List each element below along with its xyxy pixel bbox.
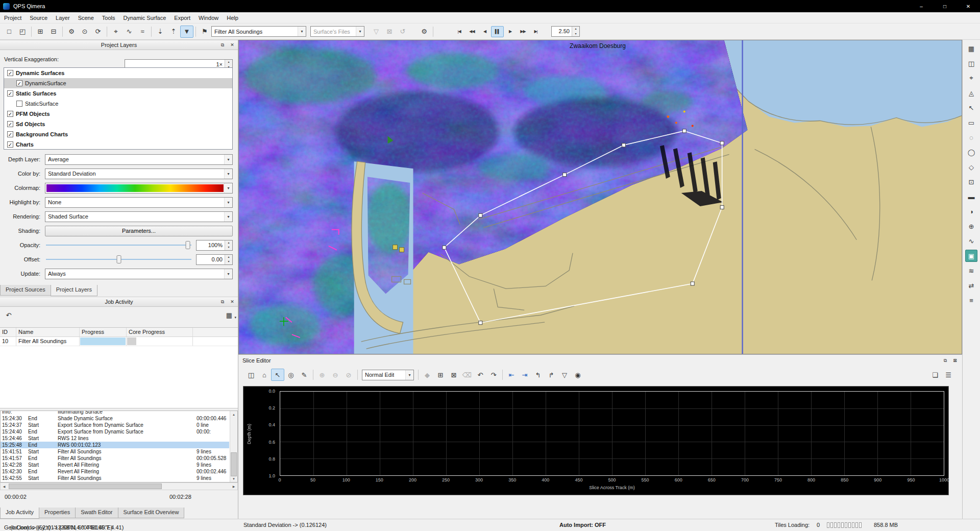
close-panel-icon[interactable]: ⊠ <box>951 357 959 364</box>
slice-select-cursor-icon[interactable]: ↖ <box>271 369 284 381</box>
close-panel-icon[interactable]: ✕ <box>228 41 236 49</box>
menu-export[interactable]: Export <box>170 13 194 22</box>
menu-source[interactable]: Source <box>26 13 52 22</box>
fast-backward-icon[interactable]: ◀◀ <box>465 26 478 37</box>
scroll-thumb[interactable] <box>231 452 237 476</box>
lasso-select-icon[interactable]: ◌ <box>965 131 977 143</box>
show-rejected-icon[interactable]: ⊠ <box>447 369 460 381</box>
next-slice-icon[interactable]: ⇥ <box>518 369 531 381</box>
opacity-slider[interactable] <box>45 240 192 250</box>
depth-layer-select[interactable]: Average▾ <box>45 154 233 165</box>
profile-tool-icon[interactable]: ∿ <box>965 235 977 247</box>
checkbox[interactable] <box>16 101 22 107</box>
accept-filter-icon[interactable]: ▽ <box>370 26 383 38</box>
surface-filter-settings-icon[interactable]: ⚙ <box>418 26 431 38</box>
layer-tree-item[interactable]: PFM Objects <box>4 109 232 119</box>
first-slice-icon[interactable]: |◀ <box>453 26 465 37</box>
tide-editor-icon[interactable]: ≈ <box>136 26 149 38</box>
slice-chart[interactable]: Depth (m) 0.00.20.40.60.81.0 05010015020… <box>243 386 949 495</box>
pause-icon[interactable]: ▌▌ <box>491 26 504 37</box>
checkbox[interactable] <box>7 90 13 96</box>
layer-tree-item[interactable]: StaticSurface <box>4 99 232 109</box>
log-row[interactable]: 15:42:30EndRevert All Filtering00:00:02.… <box>1 468 229 475</box>
checkbox[interactable] <box>16 80 22 86</box>
add-raw-sonar-files-icon[interactable]: ⊞ <box>34 26 47 38</box>
save-slice-icon[interactable]: ◫ <box>244 369 258 381</box>
color-map-tool-icon[interactable]: ▣ <box>965 250 977 262</box>
polygon-select-icon[interactable]: ◇ <box>965 161 977 173</box>
log-row[interactable]: 15:42:55StartFilter All Soundings9 lines <box>1 475 229 481</box>
rotate-right-icon[interactable]: ↱ <box>545 369 558 381</box>
layer-tree-item[interactable]: Background Charts <box>4 129 232 139</box>
scroll-left-icon[interactable]: ◀ <box>1 483 8 490</box>
opacity-spinbox[interactable]: 100%▴▾ <box>196 240 233 251</box>
3d-view-icon[interactable]: ◬ <box>965 87 977 99</box>
zoom-window-icon[interactable]: ⊡ <box>965 176 977 188</box>
menu-window[interactable]: Window <box>194 13 223 22</box>
log-row[interactable]: 15:24:40EndExport Surface from Dynamic S… <box>1 428 229 435</box>
undo-all-icon[interactable]: ↶ <box>2 309 15 321</box>
log-row[interactable]: 15:41:57EndFilter All Soundings00:00:05.… <box>1 455 229 462</box>
processing-settings-icon[interactable]: ⚙ <box>65 26 78 38</box>
spin-arrows[interactable]: ▴▾ <box>225 240 232 250</box>
reject-filter-icon[interactable]: ⊠ <box>383 26 396 38</box>
target-tool-icon[interactable]: ⌖ <box>965 72 977 84</box>
slice-filter-icon[interactable]: ▽ <box>558 369 571 381</box>
column-header[interactable]: ID <box>0 328 16 336</box>
layer-tree-item[interactable]: Charts <box>4 139 232 150</box>
tab-swath-editor[interactable]: Swath Editor <box>75 508 118 518</box>
column-header[interactable]: Name <box>16 328 80 336</box>
tab-project-sources[interactable]: Project Sources <box>0 285 51 296</box>
close-button[interactable]: ✕ <box>957 0 980 12</box>
maximize-button[interactable]: □ <box>933 0 957 12</box>
layer-tree[interactable]: Dynamic SurfacesDynamicSurfaceStatic Sur… <box>4 67 233 150</box>
layer-tree-item[interactable]: Sd Objects <box>4 119 232 129</box>
layer-tree-item[interactable]: Dynamic Surfaces <box>4 68 232 78</box>
minimize-button[interactable]: – <box>910 0 933 12</box>
tab-properties[interactable]: Properties <box>39 508 76 518</box>
block-edit-icon[interactable]: ◆ <box>421 369 434 381</box>
menu-help[interactable]: Help <box>223 13 242 22</box>
step-forward-icon[interactable]: ▶ <box>504 26 517 37</box>
redo-edit-icon[interactable]: ↷ <box>487 369 500 381</box>
column-header[interactable]: Core Progress <box>127 328 193 336</box>
undo-edit-icon[interactable]: ↶ <box>474 369 487 381</box>
grid-display-icon[interactable]: ⊞ <box>434 369 447 381</box>
scroll-thumb[interactable] <box>9 484 162 489</box>
vessel-editor-icon[interactable]: ⌖ <box>109 26 122 38</box>
layer-display-icon[interactable]: ◫ <box>965 57 977 69</box>
tab-surface-edit-overview[interactable]: Surface Edit Overview <box>118 508 185 518</box>
soundings-tool-menu-icon[interactable]: ⚑ <box>198 26 211 38</box>
spin-arrows[interactable]: ▴▾ <box>572 27 579 36</box>
checkbox[interactable] <box>7 70 13 76</box>
contour-tool-icon[interactable]: ≋ <box>965 264 977 277</box>
scroll-down-icon[interactable]: ▼ <box>230 475 237 482</box>
shading-button[interactable]: Parameters... <box>45 226 233 236</box>
opacity-slider-handle[interactable] <box>186 241 190 249</box>
log-horizontal-scrollbar[interactable]: ◀ ▶ <box>0 482 238 490</box>
circle-select-icon[interactable]: ◯ <box>965 146 977 158</box>
rotate-left-icon[interactable]: ↰ <box>531 369 545 381</box>
erase-tool-icon[interactable]: ⌫ <box>460 369 474 381</box>
accept-soundings-icon[interactable]: ⊕ <box>315 369 329 381</box>
surface-files-combo[interactable]: Surface's Files▾ <box>310 26 364 37</box>
profile-pick-tool-icon[interactable]: ⇡ <box>167 26 180 38</box>
job-table-row[interactable]: 10Filter All Soundings <box>0 337 238 346</box>
slice-width-spinner[interactable]: 2.50▴▾ <box>551 26 580 37</box>
highlight-by-select[interactable]: None▾ <box>45 197 233 208</box>
reprocess-icon[interactable]: ⟳ <box>91 26 105 38</box>
colormap-select[interactable]: ▾ <box>45 183 233 194</box>
layer-tree-item[interactable]: Static Surfaces <box>4 88 232 99</box>
map-view[interactable]: Zwaaikom Doesburg <box>238 40 962 354</box>
float-panel-icon[interactable]: ⧉ <box>941 357 949 364</box>
log-row[interactable]: 15:41:51StartFilter All Soundings9 lines <box>1 448 229 455</box>
view-options-icon[interactable]: ☰ <box>942 369 955 381</box>
home-view-icon[interactable]: ⌂ <box>258 369 271 381</box>
menu-layer[interactable]: Layer <box>52 13 74 22</box>
log-row[interactable]: Info:Illuminating Surface <box>1 411 229 415</box>
offset-spinbox[interactable]: 0.00▴▾ <box>196 254 233 265</box>
prev-slice-icon[interactable]: ⇤ <box>505 369 518 381</box>
rendering-select[interactable]: Shaded Surface▾ <box>45 211 233 222</box>
log-row[interactable]: 15:24:46StartRWS 12 lines <box>1 435 229 442</box>
fast-forward-icon[interactable]: ▶▶ <box>517 26 529 37</box>
